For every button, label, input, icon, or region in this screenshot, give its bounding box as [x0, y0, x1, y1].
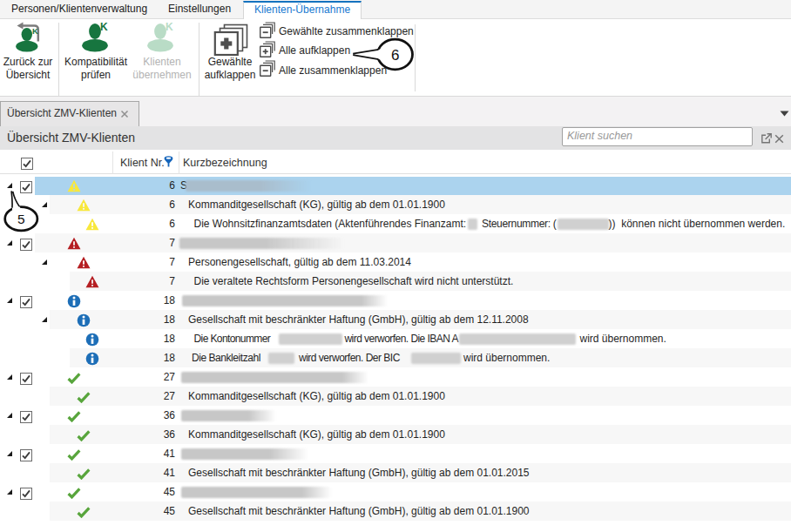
svg-text:5: 5	[17, 212, 25, 226]
svg-text:6: 6	[391, 47, 399, 64]
